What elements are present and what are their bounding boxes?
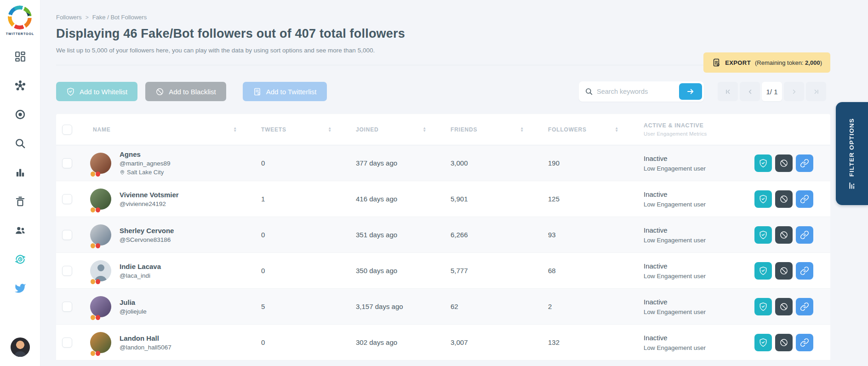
sort-friends[interactable]: ▲▼ [520,127,524,132]
row-link-button[interactable] [796,262,813,280]
cell-friends: 6,266 [434,231,531,239]
row-link-button[interactable] [796,334,813,351]
row-blacklist-button[interactable] [775,262,793,280]
row-checkbox[interactable] [62,266,72,276]
users-icon[interactable] [14,224,26,236]
sort-followers[interactable]: ▲▼ [615,127,619,132]
user-name[interactable]: Indie Lacava [120,263,161,270]
last-page-button[interactable] [806,82,826,101]
row-link-button[interactable] [796,190,813,208]
twitter-icon[interactable] [14,282,26,294]
select-all-checkbox[interactable] [62,125,72,135]
block-icon [779,266,788,275]
row-whitelist-button[interactable] [754,190,772,208]
cell-friends: 3,000 [434,159,531,167]
link-icon [800,230,809,240]
row-blacklist-button[interactable] [775,190,793,208]
map-pin-icon [120,170,125,175]
sort-name[interactable]: ▲▼ [233,127,237,132]
user-name[interactable]: Vivienne Votsmier [120,191,179,199]
row-blacklist-button[interactable] [775,154,793,172]
status-dot-red [96,207,100,212]
user-location: Salt Lake City [120,169,171,176]
breadcrumb-section[interactable]: Followers [56,14,82,21]
search-input[interactable] [593,88,679,95]
refresh-clock-icon[interactable] [14,253,26,265]
user-handle[interactable]: @joliejule [120,308,147,315]
row-whitelist-button[interactable] [754,334,772,351]
status-label: Inactive [644,334,737,342]
breadcrumb-page: Fake / Bot Followers [92,14,147,21]
user-profile-avatar[interactable] [11,337,30,357]
row-whitelist-button[interactable] [754,262,772,280]
add-to-blacklist-button[interactable]: Add to Blacklist [145,82,226,101]
avatar[interactable] [90,296,111,317]
row-checkbox[interactable] [62,230,72,240]
status-label: Inactive [644,226,737,234]
cell-followers: 68 [531,267,626,274]
skip-start-icon [725,88,731,95]
first-page-button[interactable] [718,82,738,101]
search-icon[interactable] [14,137,26,149]
logo-bird-icon [12,10,28,25]
avatar[interactable] [90,332,111,353]
row-whitelist-button[interactable] [754,298,772,315]
add-to-whitelist-button[interactable]: Add to Whitelist [56,82,137,101]
status-sub-label: Low Engagement user [644,309,737,315]
next-page-button[interactable] [784,82,804,101]
dashboard-icon[interactable] [14,50,26,63]
search-submit-button[interactable] [679,83,702,100]
row-checkbox[interactable] [62,194,72,204]
breadcrumb: Followers > Fake / Bot Followers [56,14,830,21]
cell-joined: 377 days ago [339,159,434,167]
user-handle[interactable]: @SCervone83186 [120,236,174,243]
sort-joined[interactable]: ▲▼ [423,127,427,132]
whitelist-label: Add to Whitelist [80,88,127,96]
chevron-left-icon [747,88,754,95]
bar-chart-icon[interactable] [14,166,26,178]
user-handle[interactable]: @landon_hall5067 [120,344,171,351]
user-name[interactable]: Agnes [120,150,171,158]
prev-page-button[interactable] [740,82,760,101]
export-button[interactable]: EXPORT (Remaining token: 2,000) [703,52,830,73]
avatar[interactable] [90,189,111,210]
network-icon[interactable] [14,79,26,92]
user-handle[interactable]: @laca_indi [120,272,161,279]
row-whitelist-button[interactable] [754,226,772,244]
row-checkbox[interactable] [62,302,72,312]
avatar[interactable] [90,260,111,281]
avatar-wrap [90,224,111,246]
sort-tweets[interactable]: ▲▼ [328,127,332,132]
row-checkbox[interactable] [62,337,72,348]
target-icon[interactable] [14,108,26,120]
avatar[interactable] [90,224,111,246]
trash-icon[interactable] [14,195,26,207]
user-handle[interactable]: @martin_agnes89 [120,160,171,167]
row-link-button[interactable] [796,226,813,244]
status-dot-orange [91,279,95,284]
user-handle[interactable]: @vivienne24192 [120,200,179,207]
row-blacklist-button[interactable] [775,226,793,244]
row-link-button[interactable] [796,154,813,172]
app-logo[interactable]: TWITTERTOOL [6,6,34,35]
col-followers: FOLLOWERS [548,126,587,133]
row-blacklist-button[interactable] [775,298,793,315]
status-dot-red [96,172,100,177]
avatar[interactable] [90,153,111,174]
row-blacklist-button[interactable] [775,334,793,351]
cell-joined: 3,157 days ago [339,303,434,310]
avatar-wrap [90,153,111,174]
table-header-row: NAME▲▼ TWEETS▲▼ JOINED▲▼ FRIENDS▲▼ FOLLO… [56,114,830,145]
user-name[interactable]: Sherley Cervone [120,227,174,234]
avatar-wrap [90,332,111,353]
shield-check-icon [66,87,75,96]
cell-tweets: 0 [245,159,339,167]
add-to-twitterlist-button[interactable]: Add to Twitterlist [243,82,327,101]
block-icon [779,230,788,240]
filter-options-tab[interactable]: FILTER OPTIONS [836,102,868,205]
user-name[interactable]: Landon Hall [120,334,171,342]
user-name[interactable]: Julia [120,298,147,306]
row-link-button[interactable] [796,298,813,315]
row-whitelist-button[interactable] [754,154,772,172]
row-checkbox[interactable] [62,158,72,168]
